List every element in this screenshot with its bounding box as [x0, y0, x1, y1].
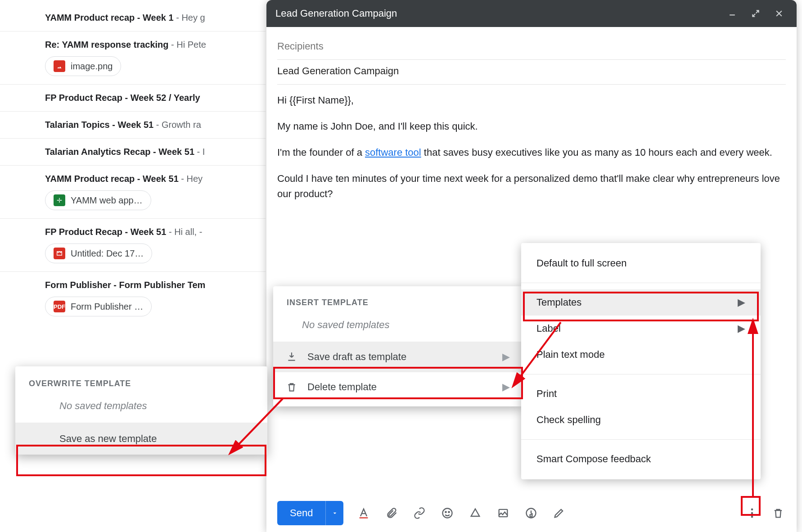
email-preview: - Hey: [179, 174, 203, 184]
minimize-button[interactable]: [725, 6, 740, 21]
delete-template[interactable]: Delete template ▶: [273, 372, 523, 402]
email-row[interactable]: FP Product Recap - Week 51 - Hi all, - U…: [0, 219, 266, 272]
attachment-chip[interactable]: image.png: [45, 56, 121, 76]
save-template-submenu: OVERWRITE TEMPLATE No saved templates Sa…: [15, 366, 267, 455]
body-greeting: Hi {{First Name}},: [277, 93, 786, 108]
image-icon: [54, 60, 65, 72]
send-button[interactable]: Send: [277, 501, 325, 525]
email-row[interactable]: FP Product Recap - Week 52 / Yearly: [0, 85, 266, 112]
download-icon: [286, 351, 297, 363]
svg-point-10: [751, 509, 753, 511]
body-p2: I'm the founder of a software tool that …: [277, 145, 786, 160]
close-button[interactable]: [771, 6, 787, 21]
email-preview: - Hi Pete: [169, 40, 206, 50]
chevron-right-icon: ▶: [738, 297, 745, 308]
email-row[interactable]: Re: YAMM response tracking - Hi Pete ima…: [0, 32, 266, 85]
recipients-field[interactable]: Recipients: [277, 35, 786, 60]
chevron-right-icon: ▶: [502, 381, 510, 393]
no-saved-templates-label: No saved templates: [273, 316, 523, 342]
email-subject: FP Product Recap - Week 52 / Yearly: [45, 93, 200, 103]
email-subject: YAMM Product recap - Week 51: [45, 174, 179, 184]
menu-label[interactable]: Label ▶: [521, 316, 761, 342]
menu-print[interactable]: Print: [521, 381, 761, 407]
body-p1: My name is John Doe, and I'll keep this …: [277, 119, 786, 134]
menu-separator: [521, 439, 761, 440]
email-subject: Form Publisher - Form Publisher Tem: [45, 280, 205, 290]
pen-icon[interactable]: [551, 505, 567, 521]
overwrite-template-header: OVERWRITE TEMPLATE: [15, 376, 267, 397]
image-icon[interactable]: [496, 505, 511, 521]
email-preview: - I: [194, 147, 205, 157]
email-subject: Talarian Analytics Recap - Week 51: [45, 147, 194, 157]
pdf-icon: PDF: [54, 301, 65, 312]
svg-point-6: [449, 512, 450, 513]
no-saved-templates-label: No saved templates: [15, 397, 267, 423]
email-preview: - Hey g: [174, 13, 205, 23]
menu-plain-text[interactable]: Plain text mode: [521, 342, 761, 368]
save-as-new-template[interactable]: Save as new template: [15, 423, 267, 455]
more-options-menu: Default to full screen Templates ▶ Label…: [521, 243, 761, 479]
body-p3: Could I have ten minutes of your time ne…: [277, 171, 786, 202]
menu-check-spelling[interactable]: Check spelling: [521, 407, 761, 433]
fullscreen-button[interactable]: [748, 6, 763, 21]
attachment-label: Untitled: Dec 17…: [71, 248, 144, 259]
more-options-button[interactable]: [744, 505, 760, 521]
drive-icon[interactable]: [468, 505, 483, 521]
attachment-label: Form Publisher …: [71, 302, 143, 312]
software-tool-link[interactable]: software tool: [365, 147, 421, 158]
menu-separator: [521, 374, 761, 374]
attachment-chip[interactable]: Untitled: Dec 17…: [45, 243, 152, 263]
attachment-label: YAMM web app…: [71, 195, 143, 206]
save-draft-as-template[interactable]: Save draft as template ▶: [273, 342, 523, 372]
email-subject: FP Product Recap - Week 51: [45, 227, 166, 237]
svg-point-11: [751, 512, 753, 514]
email-row[interactable]: YAMM Product recap - Week 51 - Hey YAMM …: [0, 166, 266, 219]
insert-template-header: INSERT TEMPLATE: [273, 295, 523, 316]
subject-field[interactable]: Lead Generation Campaign: [277, 60, 786, 85]
attachment-chip[interactable]: PDF Form Publisher …: [45, 297, 152, 316]
trash-icon: [286, 381, 297, 393]
email-preview: - Growth ra: [153, 120, 201, 130]
menu-separator: [521, 283, 761, 283]
formatting-icon[interactable]: [356, 505, 371, 521]
svg-rect-9: [530, 515, 532, 517]
svg-point-12: [751, 516, 753, 518]
menu-smart-compose[interactable]: Smart Compose feedback: [521, 446, 761, 472]
email-row[interactable]: Form Publisher - Form Publisher Tem PDF …: [0, 272, 266, 325]
compose-header: Lead Generation Campaign: [266, 0, 797, 27]
emoji-icon[interactable]: [440, 505, 455, 521]
email-preview: - Hi all, -: [166, 227, 202, 237]
email-subject: YAMM Product recap - Week 1: [45, 13, 174, 23]
email-subject: Talarian Topics - Week 51: [45, 120, 153, 130]
svg-point-5: [446, 512, 446, 513]
attachment-chip[interactable]: YAMM web app…: [45, 190, 151, 210]
attachment-label: image.png: [71, 61, 113, 72]
video-icon: [54, 248, 65, 259]
menu-templates[interactable]: Templates ▶: [521, 289, 761, 316]
menu-default-fullscreen[interactable]: Default to full screen: [521, 250, 761, 276]
chevron-right-icon: ▶: [738, 323, 745, 334]
email-row[interactable]: YAMM Product recap - Week 1 - Hey g: [0, 5, 266, 32]
email-list: YAMM Product recap - Week 1 - Hey g Re: …: [0, 0, 266, 325]
compose-title: Lead Generation Campaign: [275, 8, 716, 19]
send-options-button[interactable]: [325, 501, 343, 525]
confidential-icon[interactable]: [523, 505, 539, 521]
attach-icon[interactable]: [384, 505, 399, 521]
svg-point-4: [443, 509, 452, 518]
email-row[interactable]: Talarian Analytics Recap - Week 51 - I: [0, 139, 266, 166]
link-icon[interactable]: [412, 505, 427, 521]
discard-button[interactable]: [770, 505, 786, 521]
email-subject: Re: YAMM response tracking: [45, 40, 169, 50]
compose-toolbar: Send: [266, 494, 797, 532]
spreadsheet-icon: [54, 194, 65, 206]
email-row[interactable]: Talarian Topics - Week 51 - Growth ra: [0, 112, 266, 139]
templates-submenu: INSERT TEMPLATE No saved templates Save …: [273, 286, 523, 406]
chevron-right-icon: ▶: [502, 351, 510, 363]
